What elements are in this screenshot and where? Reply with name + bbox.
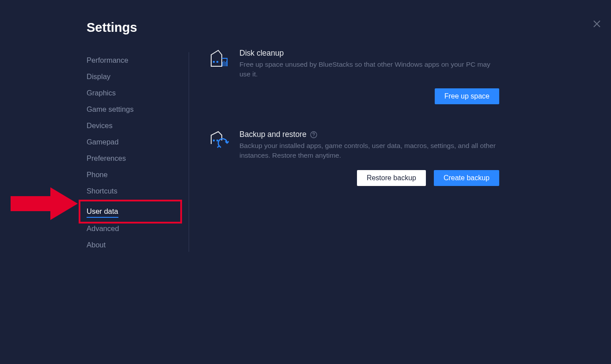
page-title: Settings (87, 20, 137, 35)
svg-marker-6 (11, 187, 78, 220)
sidebar-item-preferences[interactable]: Preferences (87, 150, 184, 167)
create-backup-button[interactable]: Create backup (434, 170, 499, 186)
disk-cleanup-icon (208, 49, 229, 70)
svg-rect-1 (216, 61, 218, 63)
sidebar-item-gamepad[interactable]: Gamepad (87, 134, 184, 150)
free-up-space-button[interactable]: Free up space (435, 88, 499, 104)
svg-rect-2 (213, 140, 215, 141)
backup-restore-section: Backup and restore Backup your installed… (208, 130, 499, 160)
sidebar-item-display[interactable]: Display (87, 68, 184, 85)
sidebar: Performance Display Graphics Game settin… (87, 52, 184, 253)
sidebar-item-phone[interactable]: Phone (87, 167, 184, 183)
disk-cleanup-section: Disk cleanup Free up space unused by Blu… (208, 49, 499, 79)
sidebar-item-devices[interactable]: Devices (87, 118, 184, 134)
sidebar-item-advanced[interactable]: Advanced (87, 220, 184, 237)
sidebar-item-graphics[interactable]: Graphics (87, 85, 184, 101)
restore-backup-button[interactable]: Restore backup (357, 170, 426, 186)
disk-cleanup-description: Free up space unused by BlueStacks so th… (239, 60, 499, 79)
sidebar-item-shortcuts[interactable]: Shortcuts (87, 183, 184, 199)
sidebar-item-game-settings[interactable]: Game settings (87, 101, 184, 118)
sidebar-item-user-data[interactable]: User data (87, 203, 118, 218)
help-icon[interactable] (310, 131, 317, 138)
svg-rect-3 (216, 140, 218, 141)
backup-restore-title: Backup and restore (239, 130, 307, 139)
backup-restore-icon (208, 130, 229, 151)
sidebar-item-performance[interactable]: Performance (87, 52, 184, 68)
disk-cleanup-title: Disk cleanup (239, 49, 284, 58)
svg-point-5 (313, 136, 314, 136)
annotation-arrow (11, 187, 78, 220)
svg-rect-0 (213, 61, 215, 63)
content-panel: Disk cleanup Free up space unused by Blu… (208, 49, 499, 212)
vertical-divider (189, 52, 189, 252)
sidebar-item-about[interactable]: About (87, 237, 184, 253)
backup-restore-description: Backup your installed apps, game control… (239, 141, 499, 160)
close-button[interactable] (592, 19, 602, 29)
